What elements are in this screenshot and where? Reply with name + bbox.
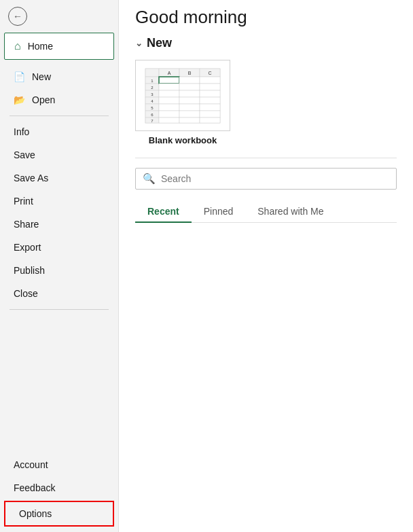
svg-rect-26: [179, 84, 200, 90]
svg-rect-32: [179, 97, 200, 104]
tab-pinned[interactable]: Pinned: [192, 200, 246, 222]
sidebar-home-label: Home: [28, 41, 53, 52]
svg-rect-37: [159, 111, 179, 118]
sidebar-item-home[interactable]: ⌂ Home: [4, 33, 114, 60]
sidebar-print-label: Print: [14, 196, 33, 207]
sidebar: ← ⌂ Home 📄 New 📂 Open Info Save Save As …: [0, 0, 119, 532]
search-bar[interactable]: 🔍: [135, 168, 397, 190]
sidebar-divider-bottom: [10, 309, 109, 310]
svg-rect-34: [159, 104, 179, 111]
svg-rect-23: [179, 77, 200, 84]
spreadsheet-preview-svg: A B C 1 2 3 4 5: [142, 65, 223, 126]
chevron-down-icon: ⌄: [135, 38, 143, 48]
sidebar-item-export[interactable]: Export: [0, 236, 118, 259]
svg-rect-29: [179, 90, 200, 97]
sidebar-item-new[interactable]: 📄 New: [0, 65, 118, 88]
back-circle-icon: ←: [8, 7, 27, 26]
back-button[interactable]: ←: [0, 0, 118, 33]
sidebar-item-account[interactable]: Account: [0, 453, 118, 476]
main-header: Good morning ⌄ New A: [119, 0, 413, 230]
sidebar-open-label: Open: [32, 94, 55, 105]
svg-rect-31: [159, 97, 179, 104]
sidebar-item-info[interactable]: Info: [0, 120, 118, 143]
tab-shared[interactable]: Shared with Me: [245, 200, 336, 222]
svg-rect-27: [200, 84, 220, 90]
sidebar-item-save[interactable]: Save: [0, 143, 118, 166]
search-input[interactable]: [161, 173, 389, 184]
svg-rect-1: [145, 69, 159, 77]
sidebar-item-open[interactable]: 📂 Open: [0, 88, 118, 111]
svg-rect-35: [179, 104, 200, 111]
sidebar-feedback-label: Feedback: [14, 482, 55, 493]
home-icon: ⌂: [14, 40, 21, 52]
sidebar-save-as-label: Save As: [14, 173, 48, 183]
new-section-label: New: [147, 36, 172, 50]
blank-workbook-template[interactable]: A B C 1 2 3 4 5: [135, 60, 230, 145]
svg-rect-42: [200, 118, 220, 123]
sidebar-share-label: Share: [14, 219, 39, 230]
svg-rect-41: [179, 118, 200, 123]
sidebar-close-label: Close: [14, 288, 38, 299]
main-content: Good morning ⌄ New A: [119, 0, 413, 532]
tab-recent[interactable]: Recent: [135, 200, 192, 222]
sidebar-divider-top: [10, 116, 109, 116]
svg-text:A: A: [168, 71, 171, 75]
svg-text:C: C: [208, 71, 211, 75]
folder-open-icon: 📂: [14, 94, 25, 105]
section-divider: [135, 158, 397, 158]
svg-rect-28: [159, 90, 179, 97]
sidebar-info-label: Info: [14, 126, 29, 137]
templates-row: A B C 1 2 3 4 5: [135, 60, 397, 145]
search-icon: 🔍: [143, 173, 156, 185]
sidebar-options-label: Options: [19, 508, 52, 519]
sidebar-account-label: Account: [14, 459, 48, 470]
file-new-icon: 📄: [14, 71, 25, 82]
sidebar-export-label: Export: [14, 242, 41, 253]
svg-text:B: B: [188, 71, 192, 75]
new-section-header: ⌄ New: [135, 36, 397, 50]
template-label: Blank workbook: [149, 135, 217, 145]
sidebar-item-feedback[interactable]: Feedback: [0, 476, 118, 499]
sidebar-bottom: Account Feedback Options: [0, 453, 118, 532]
sidebar-item-share[interactable]: Share: [0, 213, 118, 236]
template-preview: A B C 1 2 3 4 5: [135, 60, 230, 131]
sidebar-new-label: New: [32, 71, 51, 82]
svg-rect-38: [179, 111, 200, 118]
sidebar-item-options[interactable]: Options: [4, 501, 114, 527]
svg-rect-39: [200, 111, 220, 118]
page-title: Good morning: [135, 7, 397, 28]
sidebar-save-label: Save: [14, 149, 35, 160]
tabs-row: Recent Pinned Shared with Me: [135, 200, 397, 223]
svg-rect-33: [200, 97, 220, 104]
sidebar-publish-label: Publish: [14, 265, 45, 276]
svg-rect-30: [200, 90, 220, 97]
svg-rect-40: [159, 118, 179, 123]
svg-rect-22: [159, 77, 179, 84]
svg-rect-25: [159, 84, 179, 90]
svg-rect-36: [200, 104, 220, 111]
sidebar-item-save-as[interactable]: Save As: [0, 166, 118, 190]
svg-rect-24: [200, 77, 220, 84]
sidebar-item-close[interactable]: Close: [0, 282, 118, 305]
sidebar-item-publish[interactable]: Publish: [0, 259, 118, 282]
sidebar-item-print[interactable]: Print: [0, 190, 118, 213]
